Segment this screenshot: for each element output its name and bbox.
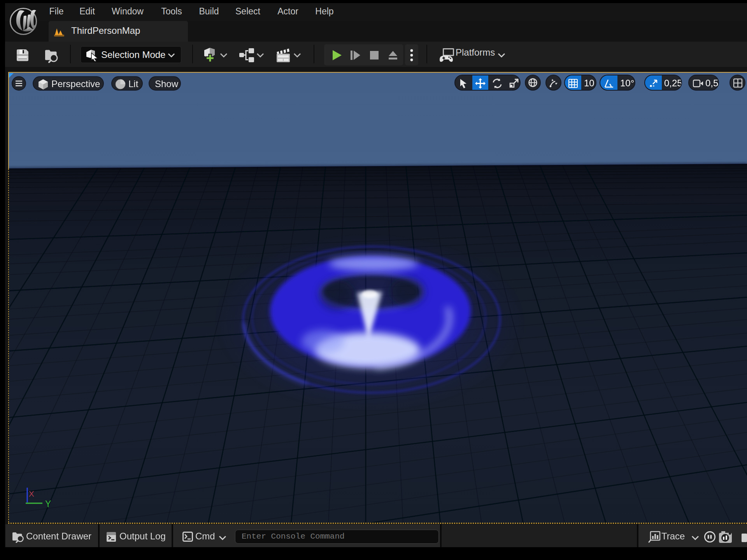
svg-text:X: X: [29, 489, 34, 498]
svg-text:Y: Y: [45, 499, 51, 509]
